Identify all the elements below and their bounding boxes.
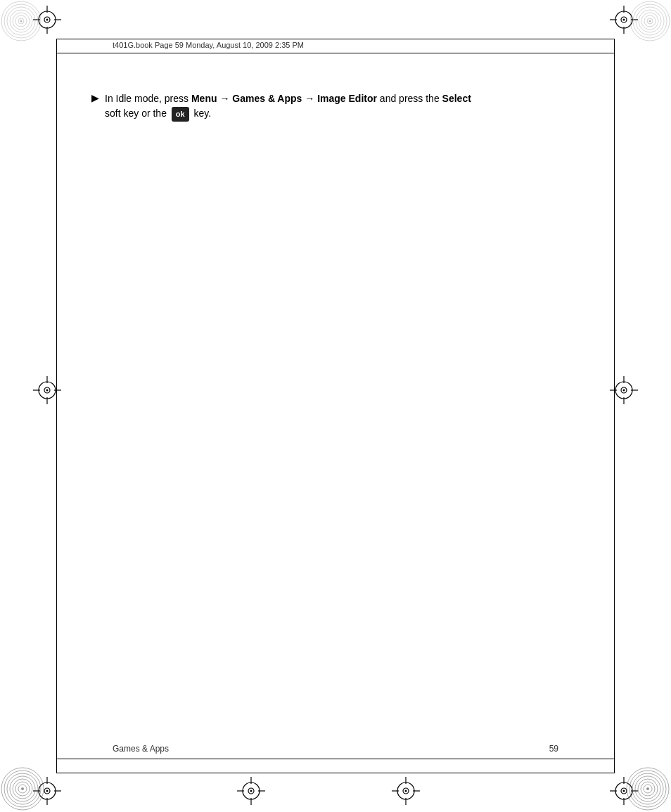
header-line (56, 53, 615, 53)
text-menu: Menu (191, 93, 217, 104)
text-line2-suffix: key. (191, 108, 212, 119)
spiral-bl (0, 766, 46, 812)
spiral-br (625, 766, 671, 812)
border-bottom (56, 773, 615, 773)
right-mid-line (614, 141, 615, 671)
svg-point-16 (46, 389, 49, 392)
spiral-tr (629, 0, 671, 42)
text-arrow1: → (217, 93, 233, 104)
page: t401G.book Page 59 Monday, August 10, 20… (0, 0, 671, 812)
header-text: t401G.book Page 59 Monday, August 10, 20… (113, 41, 304, 49)
left-mid-line (56, 141, 57, 671)
svg-point-63 (20, 20, 23, 22)
svg-point-2 (46, 19, 49, 21)
svg-point-23 (623, 389, 625, 392)
svg-point-37 (250, 790, 253, 792)
spiral-tl (0, 0, 42, 42)
text-games-apps: Games & Apps (232, 93, 302, 104)
svg-point-30 (46, 790, 49, 792)
reg-mark-bm2 (392, 777, 420, 805)
border-top (56, 39, 615, 39)
reg-mark-ml (33, 376, 61, 404)
ok-key-button: ok (172, 107, 189, 122)
svg-point-79 (21, 787, 24, 790)
text-arrow2: → (302, 93, 317, 104)
text-middle: and press the (377, 93, 442, 104)
main-content: ▶ In Idle mode, press Menu → Games & App… (91, 70, 580, 122)
svg-point-44 (405, 790, 407, 792)
text-image-editor: Image Editor (317, 93, 377, 104)
text-prefix: In Idle mode, press (105, 93, 191, 104)
footer-right: 59 (549, 744, 558, 754)
text-line2-prefix: soft key or the (105, 108, 170, 119)
bullet-text: In Idle mode, press Menu → Games & Apps … (105, 91, 471, 122)
svg-point-9 (623, 19, 625, 21)
svg-point-71 (649, 20, 651, 22)
bullet-arrow-icon: ▶ (91, 92, 99, 103)
svg-point-87 (646, 787, 649, 790)
text-select: Select (442, 93, 471, 104)
bullet-item: ▶ In Idle mode, press Menu → Games & App… (91, 91, 580, 122)
footer-line (56, 759, 615, 759)
footer-left: Games & Apps (113, 744, 169, 754)
reg-mark-bm1 (237, 777, 265, 805)
